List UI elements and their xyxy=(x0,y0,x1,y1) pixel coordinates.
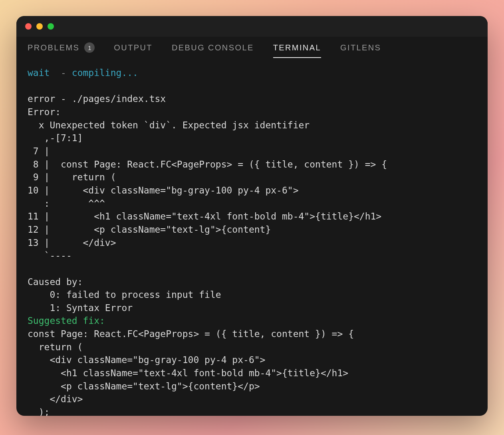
terminal-output[interactable]: wait - compiling... error - ./pages/inde… xyxy=(16,58,488,416)
error-line: Error: xyxy=(28,107,66,117)
code-line: 8 | const Page: React.FC<PageProps> = ({… xyxy=(28,159,387,170)
cause-line: 0: failed to process input file xyxy=(28,289,221,300)
fix-line: const Page: React.FC<PageProps> = ({ tit… xyxy=(28,329,354,339)
tab-label: DEBUG CONSOLE xyxy=(172,43,254,52)
tab-label: GITLENS xyxy=(340,43,381,52)
code-line: 9 | return ( xyxy=(28,172,116,182)
caused-by-header: Caused by: xyxy=(28,277,83,287)
terminal-window: PROBLEMS 1 OUTPUT DEBUG CONSOLE TERMINAL… xyxy=(16,16,488,416)
fix-line: <p className="text-lg">{content}</p> xyxy=(28,381,260,391)
tab-gitlens[interactable]: GITLENS xyxy=(340,43,381,58)
problems-count-badge: 1 xyxy=(84,42,95,53)
fix-line: <div className="bg-gray-100 py-4 px-6"> xyxy=(28,355,265,365)
wait-msg: compiling... xyxy=(72,68,138,78)
cause-line: 1: Syntax Error xyxy=(28,303,133,313)
tab-output[interactable]: OUTPUT xyxy=(114,43,153,58)
wait-sep: - xyxy=(50,68,71,78)
fix-line: <h1 className="text-4xl font-bold mb-4">… xyxy=(28,368,348,378)
error-caret: : ^^^ xyxy=(28,198,105,209)
code-line: 12 | <p className="text-lg">{content} xyxy=(28,224,271,235)
fix-line: return ( xyxy=(28,342,83,352)
error-location: ,-[7:1] xyxy=(28,133,83,143)
code-end: `---- xyxy=(28,250,72,261)
code-line: 10 | <div className="bg-gray-100 py-4 px… xyxy=(28,185,299,196)
code-line: 7 | xyxy=(28,146,55,156)
code-line: 11 | <h1 className="text-4xl font-bold m… xyxy=(28,211,381,221)
close-icon[interactable] xyxy=(25,23,32,30)
panel-tabs: PROBLEMS 1 OUTPUT DEBUG CONSOLE TERMINAL… xyxy=(16,37,488,58)
titlebar xyxy=(16,16,488,37)
error-header: error - ./pages/index.tsx xyxy=(28,94,166,104)
wait-label: wait xyxy=(28,68,50,78)
tab-terminal[interactable]: TERMINAL xyxy=(273,43,321,58)
error-message: x Unexpected token `div`. Expected jsx i… xyxy=(28,120,310,130)
tab-problems[interactable]: PROBLEMS 1 xyxy=(28,42,95,58)
tab-label: PROBLEMS xyxy=(28,43,79,52)
fix-line: </div> xyxy=(28,394,83,404)
code-line: 13 | </div> xyxy=(28,237,116,248)
tab-label: OUTPUT xyxy=(114,43,153,52)
tab-debug-console[interactable]: DEBUG CONSOLE xyxy=(172,43,254,58)
tab-label: TERMINAL xyxy=(273,43,321,52)
zoom-icon[interactable] xyxy=(48,23,54,30)
fix-line: ); xyxy=(28,407,50,416)
minimize-icon[interactable] xyxy=(36,23,43,30)
suggested-fix-label: Suggested fix: xyxy=(28,315,105,326)
